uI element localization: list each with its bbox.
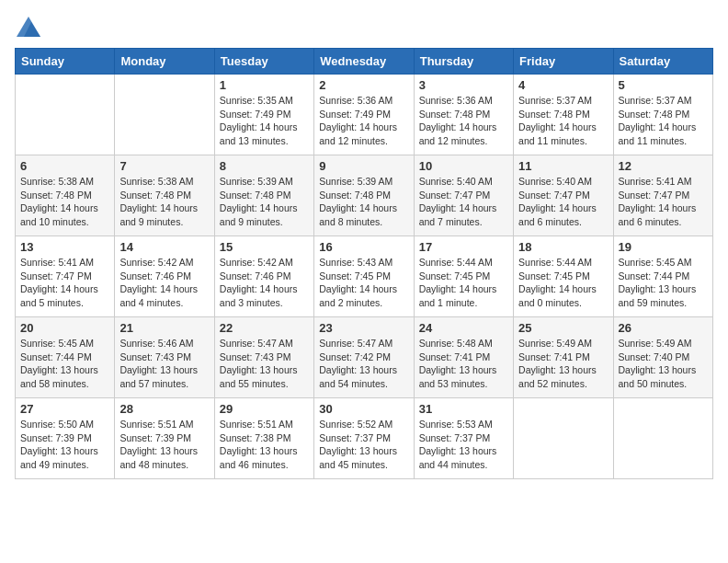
day-header-monday: Monday <box>115 49 214 75</box>
calendar-week-row: 6Sunrise: 5:38 AMSunset: 7:48 PMDaylight… <box>16 155 713 236</box>
calendar-cell <box>16 75 115 155</box>
day-number: 1 <box>220 78 309 92</box>
day-number: 31 <box>419 402 508 416</box>
day-number: 18 <box>518 240 608 254</box>
calendar-cell: 27Sunrise: 5:50 AMSunset: 7:39 PMDayligh… <box>16 398 115 479</box>
day-number: 12 <box>619 159 708 173</box>
calendar-cell: 5Sunrise: 5:37 AMSunset: 7:48 PMDaylight… <box>613 75 712 155</box>
calendar-cell: 13Sunrise: 5:41 AMSunset: 7:47 PMDayligh… <box>16 236 115 317</box>
day-header-tuesday: Tuesday <box>214 49 313 75</box>
day-header-friday: Friday <box>514 49 613 75</box>
calendar-cell: 3Sunrise: 5:36 AMSunset: 7:48 PMDaylight… <box>414 75 513 155</box>
calendar-cell: 23Sunrise: 5:47 AMSunset: 7:42 PMDayligh… <box>314 317 414 398</box>
calendar-cell: 20Sunrise: 5:45 AMSunset: 7:44 PMDayligh… <box>16 317 115 398</box>
calendar-cell: 7Sunrise: 5:38 AMSunset: 7:48 PMDaylight… <box>115 155 214 236</box>
calendar-cell: 29Sunrise: 5:51 AMSunset: 7:38 PMDayligh… <box>214 398 313 479</box>
calendar-cell: 18Sunrise: 5:44 AMSunset: 7:45 PMDayligh… <box>514 236 613 317</box>
day-info: Sunrise: 5:42 AMSunset: 7:46 PMDaylight:… <box>119 256 209 310</box>
day-number: 3 <box>419 78 508 92</box>
day-info: Sunrise: 5:43 AMSunset: 7:45 PMDaylight:… <box>319 256 408 310</box>
day-header-saturday: Saturday <box>613 49 712 75</box>
day-info: Sunrise: 5:41 AMSunset: 7:47 PMDaylight:… <box>619 175 708 229</box>
day-number: 16 <box>319 240 408 254</box>
day-info: Sunrise: 5:53 AMSunset: 7:37 PMDaylight:… <box>419 418 508 472</box>
day-number: 4 <box>518 78 608 92</box>
day-info: Sunrise: 5:46 AMSunset: 7:43 PMDaylight:… <box>119 337 209 391</box>
day-info: Sunrise: 5:39 AMSunset: 7:48 PMDaylight:… <box>319 175 408 229</box>
day-info: Sunrise: 5:48 AMSunset: 7:41 PMDaylight:… <box>419 337 508 391</box>
day-number: 19 <box>619 240 708 254</box>
day-number: 23 <box>319 321 408 335</box>
calendar-cell: 11Sunrise: 5:40 AMSunset: 7:47 PMDayligh… <box>514 155 613 236</box>
day-number: 20 <box>20 321 109 335</box>
calendar-cell: 6Sunrise: 5:38 AMSunset: 7:48 PMDaylight… <box>16 155 115 236</box>
calendar-body: 1Sunrise: 5:35 AMSunset: 7:49 PMDaylight… <box>16 75 713 479</box>
day-number: 2 <box>319 78 408 92</box>
day-info: Sunrise: 5:39 AMSunset: 7:48 PMDaylight:… <box>220 175 309 229</box>
calendar-cell: 12Sunrise: 5:41 AMSunset: 7:47 PMDayligh… <box>613 155 712 236</box>
day-info: Sunrise: 5:49 AMSunset: 7:41 PMDaylight:… <box>518 337 608 391</box>
calendar-cell <box>514 398 613 479</box>
calendar-cell: 8Sunrise: 5:39 AMSunset: 7:48 PMDaylight… <box>214 155 313 236</box>
day-number: 11 <box>518 159 608 173</box>
day-info: Sunrise: 5:36 AMSunset: 7:48 PMDaylight:… <box>419 94 508 148</box>
day-number: 26 <box>619 321 708 335</box>
calendar-cell: 4Sunrise: 5:37 AMSunset: 7:48 PMDaylight… <box>514 75 613 155</box>
day-info: Sunrise: 5:37 AMSunset: 7:48 PMDaylight:… <box>619 94 708 148</box>
calendar-header-row: SundayMondayTuesdayWednesdayThursdayFrid… <box>16 49 713 75</box>
day-info: Sunrise: 5:49 AMSunset: 7:40 PMDaylight:… <box>619 337 708 391</box>
day-number: 29 <box>220 402 309 416</box>
calendar-cell: 10Sunrise: 5:40 AMSunset: 7:47 PMDayligh… <box>414 155 513 236</box>
day-info: Sunrise: 5:50 AMSunset: 7:39 PMDaylight:… <box>20 418 109 472</box>
day-info: Sunrise: 5:40 AMSunset: 7:47 PMDaylight:… <box>419 175 508 229</box>
day-number: 13 <box>20 240 109 254</box>
day-number: 14 <box>119 240 209 254</box>
day-info: Sunrise: 5:36 AMSunset: 7:49 PMDaylight:… <box>319 94 408 148</box>
day-number: 8 <box>220 159 309 173</box>
calendar-cell <box>115 75 214 155</box>
day-header-wednesday: Wednesday <box>314 49 414 75</box>
calendar-cell: 30Sunrise: 5:52 AMSunset: 7:37 PMDayligh… <box>314 398 414 479</box>
calendar-week-row: 1Sunrise: 5:35 AMSunset: 7:49 PMDaylight… <box>16 75 713 155</box>
calendar-cell: 24Sunrise: 5:48 AMSunset: 7:41 PMDayligh… <box>414 317 513 398</box>
calendar-cell <box>613 398 712 479</box>
day-header-thursday: Thursday <box>414 49 513 75</box>
day-info: Sunrise: 5:44 AMSunset: 7:45 PMDaylight:… <box>419 256 508 310</box>
calendar-cell: 28Sunrise: 5:51 AMSunset: 7:39 PMDayligh… <box>115 398 214 479</box>
day-header-sunday: Sunday <box>16 49 115 75</box>
day-info: Sunrise: 5:47 AMSunset: 7:42 PMDaylight:… <box>319 337 408 391</box>
day-number: 30 <box>319 402 408 416</box>
calendar-cell: 1Sunrise: 5:35 AMSunset: 7:49 PMDaylight… <box>214 75 313 155</box>
day-number: 10 <box>419 159 508 173</box>
day-number: 17 <box>419 240 508 254</box>
header <box>15 15 713 40</box>
day-number: 15 <box>220 240 309 254</box>
day-info: Sunrise: 5:47 AMSunset: 7:43 PMDaylight:… <box>220 337 309 391</box>
day-info: Sunrise: 5:42 AMSunset: 7:46 PMDaylight:… <box>220 256 309 310</box>
day-number: 24 <box>419 321 508 335</box>
day-info: Sunrise: 5:52 AMSunset: 7:37 PMDaylight:… <box>319 418 408 472</box>
day-info: Sunrise: 5:38 AMSunset: 7:48 PMDaylight:… <box>119 175 209 229</box>
calendar-cell: 26Sunrise: 5:49 AMSunset: 7:40 PMDayligh… <box>613 317 712 398</box>
day-info: Sunrise: 5:37 AMSunset: 7:48 PMDaylight:… <box>518 94 608 148</box>
calendar-week-row: 13Sunrise: 5:41 AMSunset: 7:47 PMDayligh… <box>16 236 713 317</box>
day-info: Sunrise: 5:51 AMSunset: 7:38 PMDaylight:… <box>220 418 309 472</box>
calendar-week-row: 27Sunrise: 5:50 AMSunset: 7:39 PMDayligh… <box>16 398 713 479</box>
calendar-cell: 16Sunrise: 5:43 AMSunset: 7:45 PMDayligh… <box>314 236 414 317</box>
day-number: 6 <box>20 159 109 173</box>
day-number: 27 <box>20 402 109 416</box>
day-number: 21 <box>119 321 209 335</box>
calendar-cell: 15Sunrise: 5:42 AMSunset: 7:46 PMDayligh… <box>214 236 313 317</box>
calendar-cell: 31Sunrise: 5:53 AMSunset: 7:37 PMDayligh… <box>414 398 513 479</box>
day-info: Sunrise: 5:38 AMSunset: 7:48 PMDaylight:… <box>20 175 109 229</box>
day-number: 28 <box>119 402 209 416</box>
day-number: 5 <box>619 78 708 92</box>
calendar-cell: 19Sunrise: 5:45 AMSunset: 7:44 PMDayligh… <box>613 236 712 317</box>
calendar-week-row: 20Sunrise: 5:45 AMSunset: 7:44 PMDayligh… <box>16 317 713 398</box>
day-number: 22 <box>220 321 309 335</box>
day-number: 7 <box>119 159 209 173</box>
calendar-cell: 2Sunrise: 5:36 AMSunset: 7:49 PMDaylight… <box>314 75 414 155</box>
calendar-cell: 17Sunrise: 5:44 AMSunset: 7:45 PMDayligh… <box>414 236 513 317</box>
day-number: 25 <box>518 321 608 335</box>
logo-icon <box>15 15 42 40</box>
